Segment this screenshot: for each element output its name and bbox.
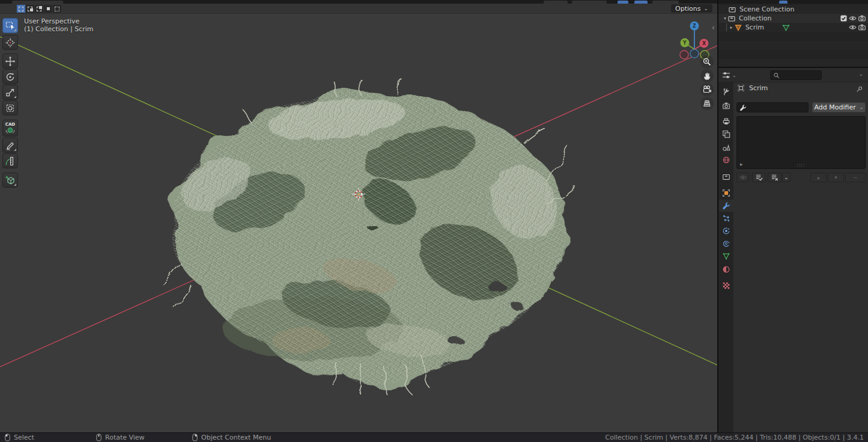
render-camera-icon[interactable] (858, 24, 866, 31)
tab-object[interactable] (719, 187, 733, 199)
chevron-down-icon: ⌄ (732, 73, 736, 78)
outliner-row-collection[interactable]: ▾ Collection (718, 14, 868, 23)
pan-button[interactable] (700, 69, 714, 82)
render-camera-icon[interactable] (858, 15, 866, 22)
move-modifier-down-button[interactable]: ▾ (828, 173, 844, 182)
tab-particles[interactable] (719, 212, 733, 224)
mouse-middle-icon (96, 434, 102, 441)
tab-constraints[interactable] (719, 238, 733, 250)
tab-world[interactable] (719, 154, 733, 166)
3d-cursor-icon (5, 37, 16, 48)
eye-icon[interactable] (849, 15, 857, 22)
outliner-row-scene-collection[interactable]: Scene Collection (718, 5, 868, 14)
hint-label: Rotate View (105, 434, 145, 441)
tab-object-data[interactable] (719, 250, 733, 262)
tab-tool[interactable] (719, 86, 733, 98)
scale-icon (5, 87, 16, 98)
tab-render[interactable] (719, 100, 733, 112)
view-perspective-label: User Perspective (24, 17, 94, 25)
tab-scene[interactable] (719, 141, 733, 153)
collection-icon (728, 15, 735, 22)
tab-texture[interactable] (719, 280, 733, 292)
move-modifier-up-button[interactable]: ▴ (810, 173, 827, 182)
svg-text:Z: Z (693, 23, 696, 29)
gizmo-negative-x[interactable] (680, 51, 688, 59)
remove-modifier-button[interactable]: − (845, 173, 866, 182)
modifier-search-field[interactable] (736, 102, 809, 112)
checkbox-icon[interactable] (840, 15, 847, 22)
breadcrumb-object-name[interactable]: Scrim (749, 84, 768, 92)
pin-icon[interactable] (855, 85, 863, 95)
disclosure-triangle-icon[interactable]: ▸ (729, 25, 735, 30)
add-modifier-dropdown[interactable]: Add Modifier ⌄ (812, 102, 866, 112)
mesh-object-icon (735, 24, 742, 31)
select-mode-intersect[interactable] (53, 5, 61, 13)
modifier-extras-dropdown[interactable]: ⌄ (782, 173, 791, 182)
hierarchy-line: │ (724, 23, 729, 31)
options-dropdown[interactable]: Options ⌄ (671, 4, 712, 13)
zoom-icon (702, 57, 712, 67)
3d-viewport[interactable]: Options ⌄ User Perspective (1) Collectio… (0, 4, 717, 432)
gizmo-y-axis[interactable]: Y (681, 38, 690, 48)
tool-scale[interactable] (2, 85, 18, 100)
eye-icon[interactable] (849, 24, 857, 31)
tool-cursor[interactable] (2, 35, 18, 50)
active-object-label: (1) Collection | Scrim (24, 25, 94, 33)
tab-collection[interactable] (719, 171, 733, 183)
svg-text:X: X (702, 41, 706, 46)
tool-measure[interactable] (2, 153, 18, 168)
select-mode-extend[interactable] (26, 5, 34, 13)
move-icon (5, 56, 16, 67)
mesh-data-icon[interactable] (782, 24, 790, 31)
sidebar-collapse-arrow[interactable]: ‹ (712, 23, 715, 32)
disclosure-triangle-icon[interactable]: ▾ (722, 16, 728, 21)
add-cube-icon (5, 175, 16, 186)
select-mode-subtract[interactable] (35, 5, 43, 13)
hint-select: Select (5, 434, 34, 441)
outliner-editor: Scene Collection ▾ Collection (718, 4, 868, 67)
viewport-scene (0, 4, 717, 432)
tool-rotate[interactable] (2, 69, 18, 84)
tool-select-box[interactable] (2, 18, 18, 33)
tab-output[interactable] (719, 115, 733, 127)
toggle-projection-button[interactable] (700, 97, 714, 110)
chevron-down-icon[interactable]: ⌄ (858, 71, 863, 77)
wrench-icon (739, 104, 747, 111)
tab-view-layer[interactable] (719, 128, 733, 140)
scrim-mesh-object (156, 76, 583, 401)
hint-object-context-menu: Object Context Menu (192, 434, 271, 441)
resize-grip[interactable]: ∷∷ (797, 162, 805, 168)
tool-cad-transform[interactable]: CAD (2, 120, 18, 137)
mouse-left-icon (5, 434, 10, 441)
hint-label: Select (14, 434, 34, 441)
gizmo-z-axis[interactable]: Z (690, 22, 699, 31)
camera-icon (702, 85, 712, 94)
editor-type-button[interactable]: ⌄ (721, 70, 736, 80)
remove-all-modifiers-button[interactable] (768, 173, 782, 182)
select-mode-set[interactable] (17, 5, 25, 13)
properties-search-input[interactable] (770, 70, 822, 80)
tool-move[interactable] (2, 54, 18, 69)
gizmo-x-axis[interactable]: X (700, 39, 709, 48)
hint-rotate-view: Rotate View (96, 434, 145, 441)
scene-statistics: Collection | Scrim | Verts:8,874 | Faces… (605, 434, 864, 441)
chevron-down-icon: ⌄ (784, 174, 789, 180)
zoom-button[interactable] (700, 55, 714, 69)
tab-physics[interactable] (719, 225, 733, 237)
outliner-row-scrim[interactable]: │ ▸ Scrim (718, 23, 868, 32)
tool-annotate[interactable] (2, 138, 18, 153)
tab-material[interactable] (719, 263, 733, 275)
tool-add-cube[interactable] (2, 173, 18, 188)
gizmo-negative-z[interactable] (690, 49, 699, 58)
camera-view-button[interactable] (700, 83, 714, 96)
outliner-label: Collection (739, 14, 771, 22)
tab-modifiers[interactable] (719, 200, 733, 212)
expand-arrow-icon[interactable]: ▸ (740, 161, 743, 167)
modifier-list-box[interactable]: ▸ ∷∷ (736, 116, 866, 169)
gizmo-negative-z-wrap[interactable] (689, 49, 700, 60)
apply-all-modifiers-button[interactable] (752, 173, 766, 182)
svg-text:Y: Y (682, 40, 687, 46)
toggle-visibility-button[interactable] (736, 173, 749, 182)
select-mode-invert[interactable] (44, 5, 52, 13)
tool-transform[interactable] (2, 100, 18, 115)
